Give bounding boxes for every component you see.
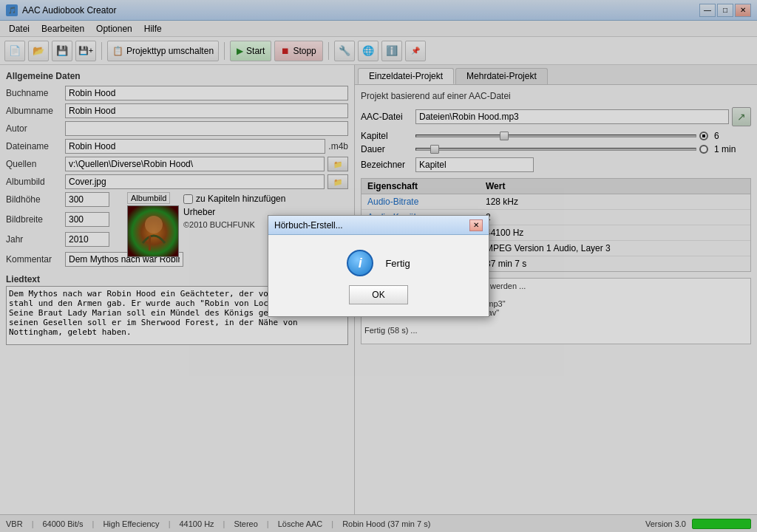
dialog-ok-button[interactable]: OK xyxy=(349,285,408,304)
dialog-close-button[interactable]: ✕ xyxy=(469,219,483,231)
dialog-overlay: Hörbuch-Erstell... ✕ i Fertig OK xyxy=(0,0,757,532)
dialog-info-icon: i xyxy=(347,250,373,276)
dialog-body: i Fertig OK xyxy=(268,235,489,316)
dialog: Hörbuch-Erstell... ✕ i Fertig OK xyxy=(268,215,489,317)
dialog-icon-row: i Fertig xyxy=(347,250,410,276)
dialog-title-text: Hörbuch-Erstell... xyxy=(274,220,343,231)
dialog-title-bar: Hörbuch-Erstell... ✕ xyxy=(268,216,489,235)
dialog-message: Fertig xyxy=(385,258,410,269)
